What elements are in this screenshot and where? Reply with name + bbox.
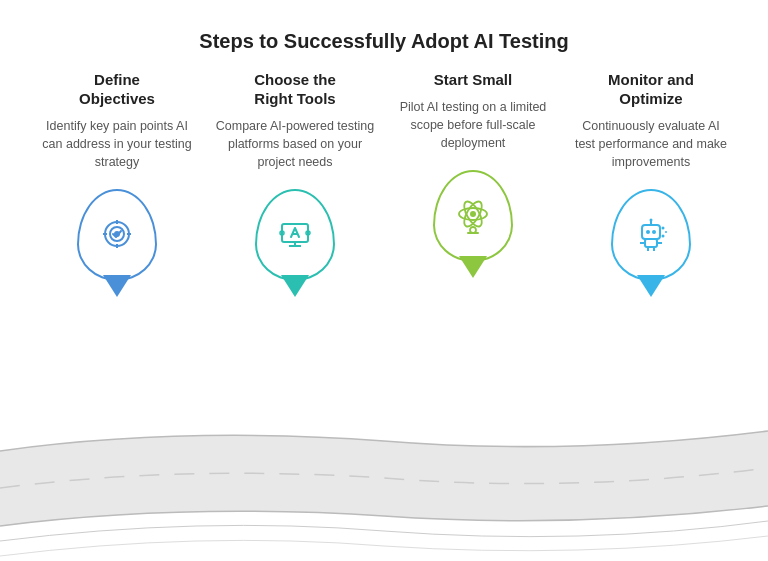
svg-point-30 <box>665 231 667 233</box>
step-choose-tools: Choose theRight Tools Compare AI-powered… <box>215 71 375 281</box>
atom-icon <box>450 193 496 239</box>
svg-rect-19 <box>642 225 660 239</box>
step-2-desc: Compare AI-powered testing platforms bas… <box>215 117 375 171</box>
step-1-pin <box>77 189 157 281</box>
step-monitor-optimize: Monitor andOptimize Continuously evaluat… <box>571 71 731 281</box>
step-2-pin <box>255 189 335 281</box>
svg-point-20 <box>646 230 650 234</box>
svg-rect-24 <box>645 239 657 247</box>
step-1-title: DefineObjectives <box>79 71 155 109</box>
main-container: Steps to Successfully Adopt AI Testing D… <box>0 0 768 561</box>
svg-point-29 <box>662 226 665 229</box>
road-illustration <box>0 331 768 561</box>
svg-point-23 <box>650 218 653 221</box>
robot-icon <box>272 212 318 258</box>
step-4-pin-wrapper <box>611 189 691 281</box>
page-title: Steps to Successfully Adopt AI Testing <box>199 30 568 53</box>
step-4-title: Monitor andOptimize <box>608 71 694 109</box>
svg-point-31 <box>662 234 665 237</box>
step-3-pin <box>433 170 513 262</box>
step-4-pin <box>611 189 691 281</box>
step-2-title: Choose theRight Tools <box>254 71 336 109</box>
step-2-pin-wrapper <box>255 189 335 281</box>
step-4-desc: Continuously evaluate AI test performanc… <box>571 117 731 171</box>
svg-point-21 <box>652 230 656 234</box>
target-icon <box>94 212 140 258</box>
step-start-small: Start Small Pilot AI testing on a limite… <box>393 71 553 262</box>
step-3-title: Start Small <box>434 71 512 90</box>
gamepad-icon <box>628 212 674 258</box>
step-1-desc: Identify key pain points AI can address … <box>37 117 197 171</box>
step-3-pin-wrapper <box>433 170 513 262</box>
svg-point-13 <box>470 211 476 217</box>
steps-row: DefineObjectives Identify key pain point… <box>0 71 768 281</box>
step-define-objectives: DefineObjectives Identify key pain point… <box>37 71 197 281</box>
step-1-pin-wrapper <box>77 189 157 281</box>
step-3-desc: Pilot AI testing on a limited scope befo… <box>393 98 553 152</box>
